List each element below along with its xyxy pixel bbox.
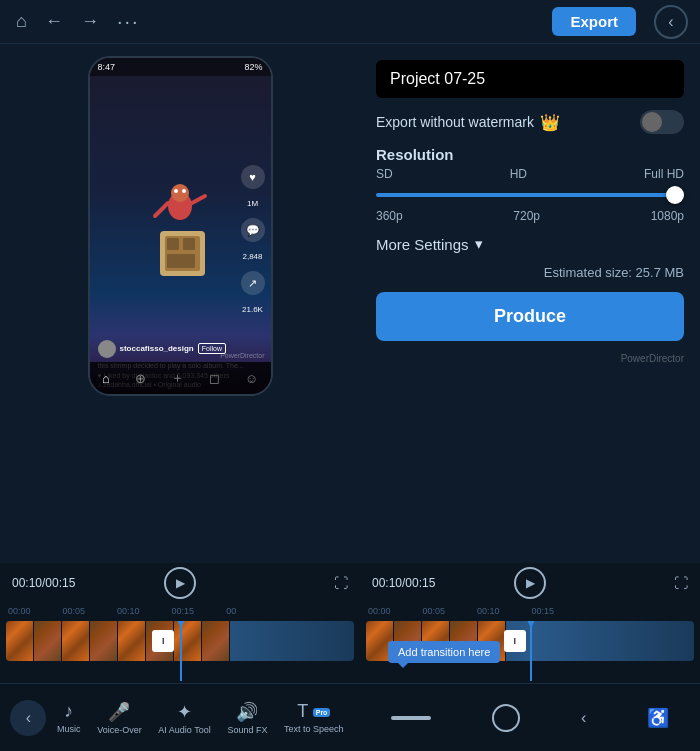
ruler-mark-r0: 00:00 bbox=[368, 606, 391, 616]
produce-button[interactable]: Produce bbox=[376, 292, 684, 341]
project-name[interactable]: Project 07-25 bbox=[376, 60, 684, 98]
cut-marker-right[interactable]: I bbox=[504, 630, 526, 652]
play-pause-button-right[interactable]: ▶ bbox=[514, 567, 546, 599]
phone-add-icon[interactable]: ＋ bbox=[171, 369, 184, 387]
home-circle-nav[interactable] bbox=[492, 704, 520, 732]
powerdirector-watermark: PowerDirector bbox=[220, 352, 264, 359]
ruler-mark-15: 00:15 bbox=[172, 606, 195, 616]
like-count: 1M bbox=[247, 199, 258, 208]
resolution-title: Resolution bbox=[376, 146, 684, 163]
voiceover-icon: 🎤 bbox=[108, 701, 130, 723]
ruler-mark-r15: 00:15 bbox=[532, 606, 555, 616]
music-label: Music bbox=[57, 724, 81, 734]
timeline-left: 00:10/00:15 ▶ ⛶ 00:00 00:05 00:10 00:15 … bbox=[0, 563, 360, 683]
back-circle-button[interactable]: ‹ bbox=[10, 700, 46, 736]
phone-profile-icon[interactable]: ☺ bbox=[245, 371, 258, 386]
watermark-text: Export without watermark bbox=[376, 114, 534, 130]
sfx-label: Sound FX bbox=[227, 725, 267, 735]
time-right: 00:10/00:15 bbox=[372, 576, 435, 590]
cut-marker-left[interactable]: I bbox=[152, 630, 174, 652]
time-display: 8:47 bbox=[98, 62, 116, 72]
text-speech-label: Text to Speech bbox=[284, 724, 344, 734]
fullscreen-button-right[interactable]: ⛶ bbox=[674, 575, 688, 591]
toolbar-text-to-speech[interactable]: T Pro Text to Speech bbox=[278, 697, 350, 738]
more-settings-label: More Settings bbox=[376, 236, 469, 253]
undo-button[interactable]: ← bbox=[41, 9, 67, 34]
battery-indicator: 82% bbox=[244, 62, 262, 72]
music-icon: ♪ bbox=[64, 701, 73, 722]
voiceover-label: Voice-Over bbox=[97, 725, 142, 735]
timeline-track-left[interactable]: I bbox=[6, 621, 354, 681]
powerdirector-label: PowerDirector bbox=[376, 353, 684, 364]
thumb-4 bbox=[90, 621, 118, 661]
share-count: 21.6K bbox=[242, 305, 263, 314]
ruler-mark-r10: 00:10 bbox=[477, 606, 500, 616]
ruler-mark-end: 00 bbox=[226, 606, 236, 616]
resolution-section: Resolution SD HD Full HD 360p 720p 1080p bbox=[376, 146, 684, 223]
thumb-1 bbox=[6, 621, 34, 661]
timeline-controls-right: 00:10/00:15 ▶ ⛶ bbox=[360, 563, 700, 603]
share-icon[interactable]: ↗ bbox=[241, 271, 265, 295]
comment-count: 2,848 bbox=[242, 252, 262, 261]
toolbar-voiceover[interactable]: 🎤 Voice-Over bbox=[91, 697, 148, 739]
back-triangle-nav[interactable]: ‹ bbox=[581, 709, 586, 727]
back-button[interactable]: ‹ bbox=[654, 5, 688, 39]
crown-icon: 👑 bbox=[540, 113, 560, 132]
more-button[interactable]: ··· bbox=[113, 8, 144, 35]
toolbar-ai-audio[interactable]: ✦ AI Audio Tool bbox=[152, 697, 216, 739]
bottom-toolbar-left: ‹ ♪ Music 🎤 Voice-Over ✦ AI Audio Tool 🔊… bbox=[0, 683, 360, 751]
timeline-track-right[interactable]: I Add transition here bbox=[366, 621, 694, 681]
text-speech-icon: T bbox=[297, 701, 308, 721]
home-button[interactable]: ⌂ bbox=[12, 9, 31, 34]
value-1080p: 1080p bbox=[651, 209, 684, 223]
svg-point-7 bbox=[174, 189, 178, 193]
top-bar-left: ⌂ ← → ··· bbox=[12, 8, 144, 35]
pro-badge: Pro bbox=[313, 708, 331, 717]
svg-line-10 bbox=[192, 196, 205, 203]
phone-preview: 8:47 82% bbox=[88, 56, 273, 396]
toggle-knob bbox=[642, 112, 662, 132]
playhead-right bbox=[530, 621, 532, 681]
back-arrow-icon: ‹ bbox=[26, 709, 31, 727]
like-icon[interactable]: ♥ bbox=[241, 165, 265, 189]
person-accessibility-icon[interactable]: ♿ bbox=[647, 707, 669, 729]
video-content[interactable]: ♥ 1M 💬 2,848 ↗ 21.6K stoccafisso_design … bbox=[90, 58, 271, 394]
phone-search-icon[interactable]: ⊕ bbox=[135, 371, 146, 386]
add-transition-tooltip[interactable]: Add transition here bbox=[388, 641, 500, 663]
phone-home-icon[interactable]: ⌂ bbox=[102, 371, 110, 386]
redo-button[interactable]: → bbox=[77, 9, 103, 34]
toolbar-sfx[interactable]: 🔊 Sound FX bbox=[221, 697, 273, 739]
nav-pill-indicator bbox=[391, 716, 431, 720]
play-pause-button-left[interactable]: ▶ bbox=[164, 567, 196, 599]
social-sidebar: ♥ 1M 💬 2,848 ↗ 21.6K bbox=[241, 165, 265, 314]
phone-inbox-icon[interactable]: ◻ bbox=[209, 371, 220, 386]
ruler-mark-5: 00:05 bbox=[63, 606, 86, 616]
timeline-section: 00:10/00:15 ▶ ⛶ 00:00 00:05 00:10 00:15 … bbox=[0, 563, 700, 683]
chevron-down-icon: ▾ bbox=[475, 235, 483, 253]
watermark-toggle[interactable] bbox=[640, 110, 684, 134]
watermark-label: Export without watermark 👑 bbox=[376, 113, 560, 132]
phone-bottom-nav: ⌂ ⊕ ＋ ◻ ☺ bbox=[90, 362, 271, 394]
slider-thumb[interactable] bbox=[666, 186, 684, 204]
ruler-mark-0: 00:00 bbox=[8, 606, 31, 616]
thumb-3 bbox=[62, 621, 90, 661]
sfx-icon: 🔊 bbox=[236, 701, 258, 723]
toolbar-music[interactable]: ♪ Music bbox=[51, 697, 87, 738]
resolution-slider[interactable] bbox=[376, 185, 684, 205]
svg-rect-4 bbox=[167, 254, 195, 268]
export-button[interactable]: Export bbox=[552, 7, 636, 36]
fullscreen-button-left[interactable]: ⛶ bbox=[334, 575, 348, 591]
label-full-hd: Full HD bbox=[644, 167, 684, 181]
left-panel: 8:47 82% bbox=[0, 44, 360, 563]
thumb-7 bbox=[174, 621, 202, 661]
slider-track bbox=[376, 193, 684, 197]
estimated-size: Estimated size: 25.7 MB bbox=[376, 265, 684, 280]
svg-rect-3 bbox=[183, 238, 195, 250]
comment-icon[interactable]: 💬 bbox=[241, 218, 265, 242]
more-settings-row[interactable]: More Settings ▾ bbox=[376, 235, 684, 253]
thumb-5 bbox=[118, 621, 146, 661]
watermark-row: Export without watermark 👑 bbox=[376, 110, 684, 134]
thumb-2 bbox=[34, 621, 62, 661]
timeline-ruler-right: 00:00 00:05 00:10 00:15 bbox=[360, 603, 700, 619]
username-label: stoccafisso_design bbox=[120, 344, 194, 353]
